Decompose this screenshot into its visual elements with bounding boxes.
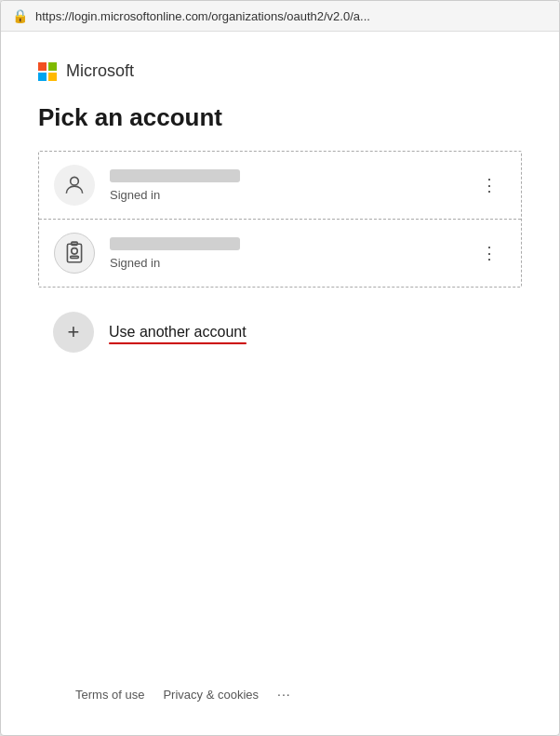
address-bar: 🔒 https://login.microsoftonline.com/orga… bbox=[1, 1, 559, 32]
account-info-2: Signed in bbox=[110, 237, 473, 270]
microsoft-logo: Microsoft bbox=[38, 61, 522, 81]
account-item-2[interactable]: Signed in ⋮ bbox=[39, 220, 521, 287]
url-text: https://login.microsoftonline.com/organi… bbox=[35, 9, 548, 23]
plus-icon: + bbox=[53, 312, 94, 353]
accounts-list: Signed in ⋮ Signed in bbox=[38, 151, 522, 288]
logo-grid bbox=[38, 62, 57, 81]
terms-of-use-link[interactable]: Terms of use bbox=[75, 688, 144, 702]
svg-rect-1 bbox=[67, 244, 81, 262]
account-more-options-1[interactable]: ⋮ bbox=[473, 171, 506, 199]
svg-rect-3 bbox=[71, 256, 79, 258]
account-name-placeholder-1 bbox=[110, 169, 240, 182]
account-avatar-1 bbox=[54, 165, 95, 206]
logo-green bbox=[48, 62, 57, 71]
svg-point-2 bbox=[72, 248, 78, 255]
footer: Terms of use Privacy & cookies ··· bbox=[38, 672, 522, 716]
use-another-account-item[interactable]: + Use another account bbox=[38, 299, 522, 366]
lock-icon: 🔒 bbox=[12, 8, 28, 23]
privacy-cookies-link[interactable]: Privacy & cookies bbox=[163, 688, 259, 702]
account-avatar-2 bbox=[54, 233, 95, 274]
use-another-underline bbox=[109, 342, 247, 344]
footer-more-options[interactable]: ··· bbox=[277, 687, 291, 702]
account-info-1: Signed in bbox=[110, 169, 473, 202]
account-status-1: Signed in bbox=[110, 188, 473, 202]
page-content: Microsoft Pick an account Signed in ⋮ bbox=[1, 32, 559, 735]
logo-blue bbox=[38, 73, 47, 81]
use-another-label: Use another account bbox=[109, 324, 247, 341]
logo-text: Microsoft bbox=[66, 61, 134, 81]
account-name-placeholder-2 bbox=[110, 237, 240, 250]
browser-window: 🔒 https://login.microsoftonline.com/orga… bbox=[0, 0, 560, 736]
logo-red bbox=[38, 62, 47, 71]
logo-yellow bbox=[48, 73, 57, 81]
account-status-2: Signed in bbox=[110, 256, 473, 270]
account-more-options-2[interactable]: ⋮ bbox=[473, 239, 506, 267]
page-title: Pick an account bbox=[38, 103, 522, 132]
svg-point-0 bbox=[71, 177, 79, 185]
account-item-1[interactable]: Signed in ⋮ bbox=[39, 152, 521, 220]
